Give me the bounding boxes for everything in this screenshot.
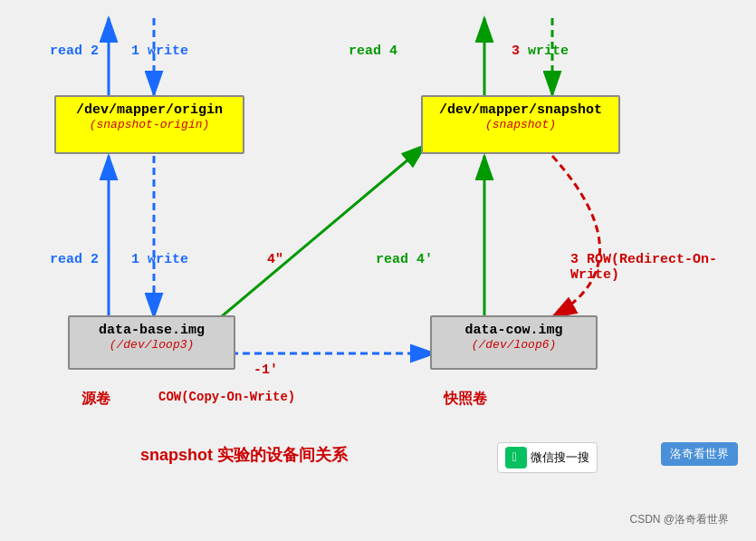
origin-subtitle: (snapshot-origin) (65, 118, 234, 131)
wechat-icon:  (505, 447, 527, 469)
search-label: 洛奇看世界 (670, 447, 729, 460)
kuaizhaojuan-label: 快照卷 (444, 390, 487, 409)
database-subtitle: (/dev/loop3) (79, 338, 225, 352)
read-mid-left: read 2 (50, 252, 99, 267)
origin-box: /dev/mapper/origin (snapshot-origin) (54, 95, 244, 154)
wechat-badge:  微信搜一搜 (497, 442, 598, 473)
snapshot-subtitle: (snapshot) (432, 118, 609, 131)
database-box: data-base.img (/dev/loop3) (68, 315, 235, 370)
snapshot-title: /dev/mapper/snapshot (432, 102, 609, 118)
label-1prime: -1' (254, 362, 278, 378)
write-num-3: 3 (512, 43, 520, 59)
yuanjuan-label: 源卷 (81, 390, 110, 409)
write-num-mid: 1 (131, 252, 139, 267)
snapshot-box: /dev/mapper/snapshot (snapshot) (421, 95, 620, 154)
search-badge: 洛奇看世界 (661, 442, 738, 466)
write-label-1: write (148, 43, 188, 59)
datacow-subtitle: (/dev/loop6) (441, 338, 587, 352)
write-num-1: 1 (131, 43, 139, 59)
wechat-search-text: 微信搜一搜 (531, 449, 589, 466)
read-top-right: read 4 (349, 43, 397, 59)
write-top-right: 3 write (512, 43, 569, 59)
datacow-title: data-cow.img (441, 323, 587, 338)
row-text: ROW(Redirect-On-Write) (570, 252, 717, 283)
bottom-title: snapshot 实验的设备间关系 (140, 444, 348, 466)
write-mid-left: 1 write (131, 252, 188, 267)
row-label: 3 ROW(Redirect-On-Write) (570, 252, 756, 283)
write-label-mid: write (148, 252, 188, 267)
read-4prime: read 4' (376, 252, 433, 267)
write-label-2: write (528, 43, 569, 59)
read-top-left: read 2 (50, 43, 99, 59)
label-4quote: 4" (267, 252, 283, 267)
origin-title: /dev/mapper/origin (65, 102, 234, 118)
svg-line-11 (199, 145, 426, 335)
csdn-label: CSDN @洛奇看世界 (629, 512, 729, 527)
row-num: 3 (570, 252, 587, 267)
cow-label: COW(Copy-On-Write) (158, 390, 295, 404)
write-top-left: 1 write (131, 43, 188, 59)
database-title: data-base.img (79, 323, 225, 338)
diagram-container: /dev/mapper/origin (snapshot-origin) /de… (0, 0, 756, 541)
datacow-box: data-cow.img (/dev/loop6) (430, 315, 598, 370)
